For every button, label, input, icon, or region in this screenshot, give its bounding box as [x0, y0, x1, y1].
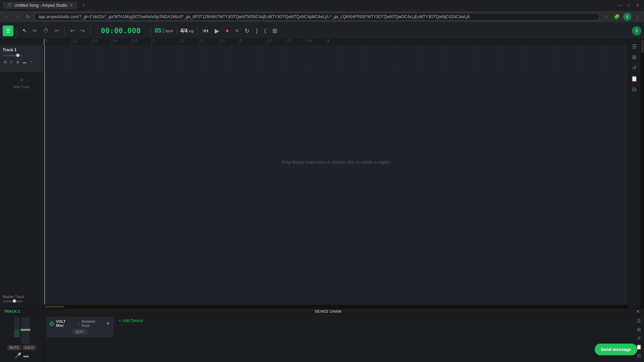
refresh-button[interactable]: ↻ [24, 13, 32, 20]
undo-icon: ↩ [70, 28, 74, 34]
bottom-close-button[interactable]: ✕ [636, 309, 640, 314]
bpm-label: bpm [165, 29, 173, 33]
minimize-button[interactable]: — [615, 2, 624, 8]
rewind-button[interactable]: ⏮ [201, 26, 211, 36]
bottom-right-icon-1[interactable]: ☰ [635, 317, 643, 324]
tracks-canvas[interactable]: Drop library loops here or double click … [44, 46, 628, 304]
bottom-solo-button[interactable]: SOLO [22, 345, 36, 350]
menu-dots-icon[interactable]: ⋮ [633, 13, 641, 20]
track-1-record-button[interactable]: ⬤ [15, 60, 20, 64]
bottom-right-icon-3[interactable]: ↺ [635, 335, 643, 342]
user-profile-icon[interactable]: S [632, 26, 641, 36]
master-volume[interactable] [3, 301, 23, 302]
track-1-eq-button[interactable]: ▬ [22, 59, 28, 65]
track-1-volume-thumb [16, 54, 19, 57]
active-tab[interactable]: 🎵 Untitled Song - Amped Studio ✕ [3, 2, 77, 9]
right-panel-collapse-icon[interactable]: ⊟ [630, 84, 639, 94]
bottom-mute-button[interactable]: MUTE [7, 345, 21, 350]
tab-close-icon[interactable]: ✕ [70, 3, 73, 7]
ruler-mark-34: 3.4 [306, 39, 326, 45]
ruler-mark-24: 2.4 [219, 39, 239, 45]
undo-button[interactable]: ↩ [68, 26, 76, 35]
track-1-item: Track 1 M S ⬤ ▬ ∿ [0, 46, 43, 72]
track-1-auto-button[interactable]: ∿ [29, 59, 34, 65]
right-panel-grid-icon[interactable]: ⊞ [630, 52, 639, 62]
bpm-control[interactable]: 85 ▲ ▼ bpm [155, 27, 173, 34]
master-volume-thumb [13, 299, 16, 303]
redo-button[interactable]: ↪ [78, 26, 87, 35]
window-controls: — □ ✕ [615, 2, 641, 8]
v-scrollbar-thumb[interactable] [641, 40, 643, 53]
grid-button[interactable]: ⊞ [270, 26, 279, 36]
bottom-right-icon-5[interactable]: ⊟ [635, 352, 643, 359]
bottom-mic-button[interactable]: 🎤 [15, 352, 21, 359]
back-button[interactable]: ← [3, 13, 11, 20]
address-bar[interactable]: app.ampedstudio.com/?_gl=1*zkt20c*_ga*MT… [34, 13, 600, 20]
track-1-mute-button[interactable]: M [3, 59, 8, 65]
h-scrollbar-thumb[interactable] [44, 306, 64, 308]
maximize-button[interactable]: □ [626, 2, 632, 8]
close-button[interactable]: ✕ [634, 2, 641, 8]
tab-favicon: 🎵 [7, 3, 12, 8]
bottom-right-panel-icons: ☰ ⊞ ↺ 📋 ⊟ [634, 314, 644, 362]
device-chain-label: DEVICE CHAIN [25, 309, 631, 313]
track-1-volume[interactable] [3, 55, 23, 56]
add-device-button[interactable]: + Add Device [116, 317, 146, 324]
bottom-eq-button[interactable]: ▬ [23, 352, 29, 359]
time-display[interactable]: 00:00.000 [94, 26, 148, 35]
grid-icon: ⊞ [272, 27, 277, 34]
horizontal-scrollbar[interactable] [44, 304, 628, 308]
repeat-button[interactable]: ↻ [243, 26, 252, 36]
track-1-name[interactable]: Track 1 [3, 48, 41, 52]
bottom-right-icon-2[interactable]: ⊞ [635, 326, 643, 333]
track-1-lane[interactable] [44, 46, 628, 72]
divider-3 [90, 27, 91, 35]
add-track-button[interactable]: + Add Track [0, 72, 43, 93]
ruler-mark-32: 3.2 [266, 39, 286, 45]
browser-right-controls: ☆ 🧩 S ⋮ [602, 13, 641, 21]
loop-button[interactable]: ≈ [233, 26, 240, 36]
right-panel-clips-icon[interactable]: 📋 [630, 74, 639, 83]
divider-1 [17, 27, 17, 35]
punch-in-button[interactable]: ⟩ [254, 26, 260, 36]
track-1-controls: M S ⬤ ▬ ∿ [3, 59, 41, 65]
menu-icon: ☰ [6, 27, 10, 34]
extensions-icon[interactable]: 🧩 [612, 13, 621, 20]
device-power-icon[interactable]: ⏻ [49, 321, 54, 326]
channel-fader-thumb[interactable] [20, 329, 31, 331]
send-message-button[interactable]: Send message [595, 344, 637, 355]
device-preset-arrow[interactable]: ▼ [106, 321, 110, 326]
scissors-tool-button[interactable]: ✂ [53, 26, 61, 35]
ruler-mark-15: 1.5 [131, 39, 152, 45]
forward-button[interactable]: → [13, 13, 21, 20]
play-button[interactable]: ▶ [213, 26, 221, 36]
timeline-ruler[interactable]: 1 1.2 1.3 1.4 1.5 2 2.2 2.3 2.4 3 3.2 3.… [44, 39, 628, 46]
record-button[interactable]: ● [223, 26, 231, 36]
divider-5 [176, 27, 177, 35]
bottom-content: MUTE SOLO 🎤 ▬ ⏻ VOLT Mini ♪ Ambient Keys [0, 314, 644, 362]
tab-title: Untitled Song - Amped Studio [14, 3, 67, 8]
right-panel-browser-icon[interactable]: ☰ [630, 42, 639, 51]
clock-tool-button[interactable]: ⏱ [41, 26, 51, 35]
device-edit-button[interactable]: EDIT [72, 329, 87, 335]
time-signature[interactable]: 4/4 sig [180, 28, 194, 34]
level-bar [14, 329, 19, 337]
punch-out-icon: ⟨ [264, 27, 266, 34]
select-tool-button[interactable]: ↖ [20, 26, 29, 35]
track-1-solo-button[interactable]: S [9, 59, 13, 65]
new-tab-btn[interactable]: + [78, 2, 89, 9]
rewind-icon: ⏮ [203, 27, 209, 34]
arrange-area: 1 1.2 1.3 1.4 1.5 2 2.2 2.3 2.4 3 3.2 3.… [44, 39, 628, 308]
punch-out-button[interactable]: ⟨ [262, 26, 268, 36]
bpm-down-icon[interactable]: ▼ [162, 31, 165, 34]
right-panel-loop-icon[interactable]: ↺ [630, 63, 639, 72]
bottom-mic-eq-icons: 🎤 ▬ [15, 352, 29, 359]
pencil-tool-button[interactable]: ✏ [31, 26, 39, 35]
menu-button[interactable]: ☰ [3, 25, 13, 36]
bpm-value[interactable]: 85 [155, 27, 161, 34]
bpm-up-icon[interactable]: ▲ [162, 27, 165, 31]
bookmark-icon[interactable]: ☆ [602, 13, 610, 20]
ruler-mark-2: 2 [152, 39, 178, 45]
sig-value[interactable]: 4/4 [180, 28, 187, 34]
vertical-scrollbar[interactable] [640, 39, 644, 308]
